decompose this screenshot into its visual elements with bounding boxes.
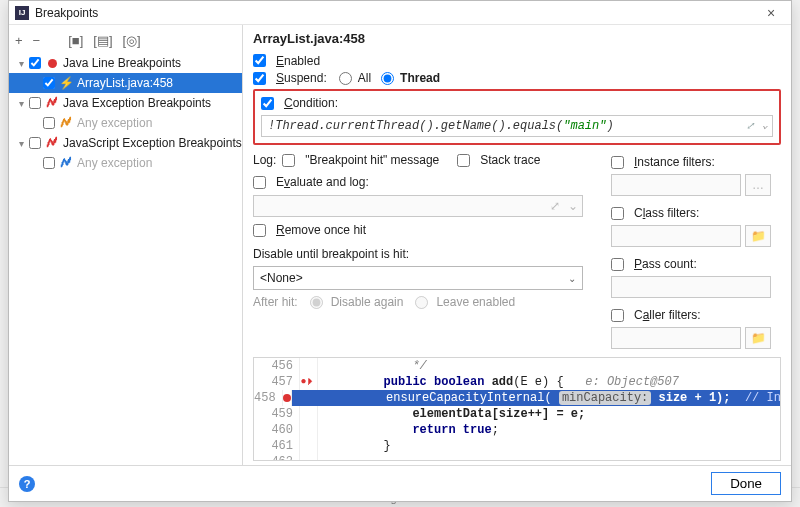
- suspend-row: Suspend: All Thread: [253, 70, 781, 88]
- tree-item-java-any-exception[interactable]: 🗲 Any exception: [9, 113, 242, 133]
- suspend-all-radio[interactable]: [339, 72, 352, 85]
- evaluate-and-log-checkbox[interactable]: [253, 176, 266, 189]
- tree-category-js-exception[interactable]: ▾ 🗲 JavaScript Exception Breakpoints: [9, 133, 242, 153]
- twisty-icon[interactable]: ▾: [15, 58, 27, 69]
- pass-count-input[interactable]: [611, 276, 771, 298]
- tree-item-js-any-exception[interactable]: 🗲 Any exception: [9, 153, 242, 173]
- instance-filters-checkbox[interactable]: [611, 156, 624, 169]
- breakpoint-bolt-icon: ⚡: [59, 76, 73, 90]
- eval-row: Evaluate and log:: [253, 171, 597, 193]
- gutter-icon: ●⏵: [300, 374, 316, 390]
- add-breakpoint-button[interactable]: +: [15, 33, 23, 48]
- bp-hit-message-checkbox[interactable]: [282, 154, 295, 167]
- caller-filters-input[interactable]: [611, 327, 741, 349]
- instance-filters-browse-button[interactable]: …: [745, 174, 771, 196]
- tree-category-java-line[interactable]: ▾ Java Line Breakpoints: [9, 53, 242, 73]
- enabled-checkbox[interactable]: [253, 54, 266, 67]
- expand-icon[interactable]: ⤢: [746, 120, 754, 132]
- code-preview: 456 */ 457●⏵ public boolean add(E e) { e…: [253, 357, 781, 461]
- item-checkbox[interactable]: [43, 157, 55, 169]
- instance-filters-input[interactable]: [611, 174, 741, 196]
- disable-until-label-row: Disable until breakpoint is hit:: [253, 243, 597, 265]
- log-label: Log:: [253, 153, 276, 167]
- suspend-checkbox[interactable]: [253, 72, 266, 85]
- chevron-down-icon[interactable]: ⌄: [568, 273, 576, 284]
- exception-bolt-icon: 🗲: [59, 116, 73, 130]
- enabled-row: Enabled: [253, 52, 781, 70]
- category-checkbox[interactable]: [29, 97, 41, 109]
- disable-until-combo[interactable]: <None> ⌄: [253, 266, 583, 290]
- stack-trace-label[interactable]: Stack trace: [480, 153, 540, 167]
- leave-enabled-radio: [415, 296, 428, 309]
- item-label: Any exception: [77, 116, 152, 130]
- right-options-column: Instance filters: … Class filters: 📁: [611, 149, 781, 349]
- breakpoint-tree[interactable]: ▾ Java Line Breakpoints ⚡ ArrayList.java…: [9, 51, 242, 465]
- dialog-footer: ? Done: [9, 465, 791, 501]
- suspend-all-label[interactable]: All: [358, 71, 371, 85]
- code-line-457: 457●⏵ public boolean add(E e) { e: Objec…: [254, 374, 780, 390]
- caller-filters-label[interactable]: Caller filters:: [634, 308, 701, 322]
- pass-count-label[interactable]: Pass count:: [634, 257, 697, 271]
- toolbar-btn-5[interactable]: [◎]: [123, 33, 141, 48]
- chevron-down-icon[interactable]: ⌄: [568, 199, 578, 213]
- tree-category-java-exception[interactable]: ▾ 🗲 Java Exception Breakpoints: [9, 93, 242, 113]
- class-filters-checkbox[interactable]: [611, 207, 624, 220]
- caller-filters-checkbox[interactable]: [611, 309, 624, 322]
- remove-once-hit-label[interactable]: Remove once hit: [276, 223, 366, 237]
- suspend-thread-label[interactable]: Thread: [400, 71, 440, 85]
- code-line-461: 461 }: [254, 438, 780, 454]
- remove-once-hit-checkbox[interactable]: [253, 224, 266, 237]
- tree-item-arraylist-458[interactable]: ⚡ ArrayList.java:458: [9, 73, 242, 93]
- condition-row: Condition:: [261, 94, 773, 112]
- combo-value: <None>: [260, 271, 303, 285]
- titlebar: IJ Breakpoints ×: [9, 1, 791, 25]
- folder-icon: 📁: [751, 229, 766, 243]
- class-filters-label[interactable]: Class filters:: [634, 206, 699, 220]
- log-row: Log: "Breakpoint hit" message Stack trac…: [253, 149, 597, 171]
- done-button[interactable]: Done: [711, 472, 781, 495]
- item-checkbox[interactable]: [43, 117, 55, 129]
- breakpoint-dot-icon: [45, 59, 59, 68]
- category-label: JavaScript Exception Breakpoints: [63, 136, 242, 150]
- pass-count-checkbox[interactable]: [611, 258, 624, 271]
- window-title: Breakpoints: [35, 6, 755, 20]
- category-checkbox[interactable]: [29, 57, 41, 69]
- expand-icon[interactable]: ⤢: [550, 199, 560, 213]
- category-label: Java Line Breakpoints: [63, 56, 181, 70]
- class-filters-browse-button[interactable]: 📁: [745, 225, 771, 247]
- condition-input[interactable]: !Thread.currentThread().getName().equals…: [261, 115, 773, 137]
- chevron-down-icon[interactable]: ⌄: [762, 119, 768, 131]
- twisty-icon[interactable]: ▾: [15, 138, 27, 149]
- help-button[interactable]: ?: [19, 476, 35, 492]
- toolbar-btn-4[interactable]: [▤]: [93, 33, 112, 48]
- stack-trace-checkbox[interactable]: [457, 154, 470, 167]
- toolbar-btn-3[interactable]: [■]: [68, 33, 83, 48]
- condition-label[interactable]: Condition:: [284, 96, 338, 110]
- exception-bolt-icon: 🗲: [45, 96, 59, 110]
- options-grid: Log: "Breakpoint hit" message Stack trac…: [253, 149, 781, 349]
- instance-filters-label[interactable]: Instance filters:: [634, 155, 715, 169]
- disable-until-label: Disable until breakpoint is hit:: [253, 247, 409, 261]
- suspend-thread-radio[interactable]: [381, 72, 394, 85]
- close-button[interactable]: ×: [755, 3, 787, 23]
- condition-checkbox[interactable]: [261, 97, 274, 110]
- suspend-label[interactable]: Suspend:: [276, 71, 327, 85]
- evaluate-and-log-label[interactable]: Evaluate and log:: [276, 175, 369, 189]
- exception-bolt-icon: 🗲: [59, 156, 73, 170]
- enabled-label[interactable]: Enabled: [276, 54, 320, 68]
- breakpoint-gutter-icon[interactable]: [283, 394, 291, 402]
- caller-filters-browse-button[interactable]: 📁: [745, 327, 771, 349]
- item-checkbox[interactable]: [43, 77, 55, 89]
- eval-field-row: ⤢ ⌄: [253, 193, 597, 219]
- category-checkbox[interactable]: [29, 137, 41, 149]
- right-pane: ArrayList.java:458 Enabled Suspend: All …: [243, 25, 791, 465]
- category-label: Java Exception Breakpoints: [63, 96, 211, 110]
- bp-hit-message-label[interactable]: "Breakpoint hit" message: [305, 153, 439, 167]
- twisty-icon[interactable]: ▾: [15, 98, 27, 109]
- dialog-body: + − [■] [▤] [◎] ▾ Java Line Breakpoints …: [9, 25, 791, 465]
- class-filters-input[interactable]: [611, 225, 741, 247]
- code-line-459: 459 elementData[size++] = e;: [254, 406, 780, 422]
- remove-breakpoint-button[interactable]: −: [33, 33, 41, 48]
- leave-enabled-label: Leave enabled: [436, 295, 515, 309]
- evaluate-and-log-input[interactable]: ⤢ ⌄: [253, 195, 583, 217]
